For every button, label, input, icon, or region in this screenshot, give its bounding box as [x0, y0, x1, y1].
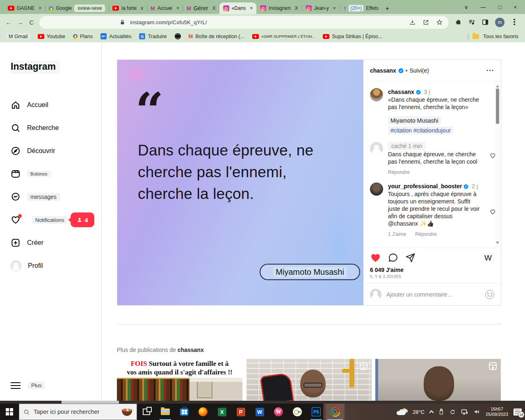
all-favorites-label[interactable]: Tous les favoris [483, 34, 518, 39]
tab-effets[interactable]: † (20+) Effets [340, 2, 382, 14]
emoji-smiley-icon[interactable] [485, 290, 494, 299]
notification-count-badge[interactable]: 4 [71, 212, 94, 227]
share-plane-icon[interactable] [405, 253, 415, 263]
excel-button[interactable]: X [212, 404, 231, 420]
post-username[interactable]: chassanx [370, 67, 396, 74]
sidebar-item-notifications[interactable]: Notifications 4 [0, 208, 101, 231]
photoshop-button[interactable]: PS [307, 404, 326, 420]
post-thumbnail[interactable] [375, 359, 501, 401]
tab-gerer[interactable]: M Gérer X [183, 2, 219, 14]
tab-close-icon[interactable]: × [39, 5, 41, 11]
new-tab-button[interactable]: + [386, 5, 389, 12]
instagram-logo[interactable]: Instagram [10, 60, 60, 74]
comments-list[interactable]: chassanx 3 j «Dans chaque épreuve, ne ch… [363, 82, 501, 248]
comment-username[interactable]: your_professional_booster [388, 183, 462, 189]
action-center-icon[interactable]: 18 [514, 409, 522, 415]
avatar[interactable] [370, 183, 383, 196]
post-options-kebab-icon[interactable]: ··· [486, 67, 494, 74]
weather-cloud-icon[interactable] [397, 409, 407, 415]
add-comment-input[interactable]: Ajouter un commentaire… [386, 291, 453, 298]
horizontal-scrollbar[interactable] [0, 401, 525, 404]
maximize-button[interactable]: □ [498, 4, 502, 10]
close-window-button[interactable]: × [514, 4, 517, 10]
powerpoint-button[interactable]: P [231, 404, 250, 420]
firefox-button[interactable] [194, 404, 212, 420]
followed-label[interactable]: Suivi(e) [409, 67, 429, 74]
chrome-button[interactable] [326, 404, 345, 420]
sidebar-item-search[interactable]: Recherche [0, 116, 101, 139]
word-button[interactable]: W [250, 404, 269, 420]
caption-username[interactable]: chassanx [388, 89, 414, 95]
reload-button[interactable]: C [26, 19, 37, 26]
reply-button[interactable]: Répondre [415, 231, 437, 238]
tab-la-forte[interactable]: la forte x [109, 2, 147, 14]
taskbar-search[interactable]: Taper ici pour rechercher [19, 404, 137, 420]
sidebar-item-home[interactable]: Accueil [0, 94, 101, 116]
password-key-button[interactable] [288, 404, 307, 420]
sidebar-item-reels[interactable]: Bobines [0, 162, 101, 185]
side-panel-icon[interactable] [482, 18, 489, 26]
tab-search-icon[interactable]: ∨ [464, 4, 468, 10]
bookmark-gmail[interactable]: M Gmail [7, 33, 30, 40]
wattpad-button[interactable]: W [269, 404, 288, 420]
forward-button[interactable]: → [15, 19, 25, 26]
bookmark-inbox[interactable]: M Boîte de réception (... [189, 33, 244, 39]
tab-close-icon[interactable]: x [141, 5, 143, 11]
start-button[interactable] [0, 404, 19, 420]
tray-expand-chevron-icon[interactable] [429, 410, 434, 415]
address-bar[interactable]: instagram.com/p/Cxfu5K_qYrL/ [39, 16, 449, 29]
sidebar-item-profile[interactable]: Profil [0, 254, 101, 277]
microsoft-store-button[interactable] [175, 404, 194, 420]
bookmark-youtube[interactable]: Youtube [38, 34, 65, 39]
post-thumbnail[interactable] [246, 359, 372, 401]
bookmark-traduire[interactable]: G Traduire [139, 33, 167, 39]
scrollbar-thumb[interactable] [496, 89, 499, 124]
tab-google[interactable]: Google xview-sexe [45, 2, 109, 14]
tab-close-icon[interactable]: × [176, 5, 179, 11]
comment-bubble-icon[interactable] [388, 253, 398, 263]
scroll-up-arrow-icon[interactable] [496, 83, 499, 87]
minimize-button[interactable]: — [481, 4, 486, 10]
browser-profile-avatar[interactable]: m [495, 18, 504, 27]
playlist-music-icon[interactable] [468, 18, 475, 26]
bookmark-supa-strikas[interactable]: Supa Strikas | Épiso... [323, 34, 382, 39]
bookmark-actualites[interactable]: G≡ Actualités [100, 33, 131, 39]
tab-close-icon[interactable]: × [333, 5, 336, 11]
caption-hashtags[interactable]: #citation #citationdujour [388, 126, 453, 135]
usb-icon[interactable] [438, 409, 444, 415]
url-text[interactable]: instagram.com/p/Cxfu5K_qYrL/ [130, 19, 207, 25]
tab-instagram[interactable]: Instagram X [256, 2, 301, 14]
share-icon[interactable] [422, 19, 429, 26]
tab-accueil[interactable]: M Accuei × [147, 2, 183, 14]
tab-dans-active[interactable]: «Dans × [219, 2, 257, 14]
browser-menu-kebab-icon[interactable]: ••• [511, 18, 518, 26]
like-heart-icon[interactable] [370, 252, 381, 263]
tab-close-icon[interactable]: × [250, 5, 253, 11]
comments-scrollbar[interactable] [495, 83, 500, 247]
scroll-down-arrow-icon[interactable] [496, 242, 499, 246]
sidebar-item-more[interactable]: Plus [11, 381, 45, 389]
tab-close-icon[interactable]: X [295, 5, 298, 11]
clock[interactable]: 16h57 25/09/2023 [486, 406, 508, 417]
sidebar-item-messages[interactable]: messages [0, 185, 101, 208]
like-count[interactable]: 6 049 J'aime [363, 266, 501, 273]
post-image[interactable]: “ Dans chaque épreuve, ne cherche pas l'… [117, 60, 363, 305]
save-post-button[interactable]: W [482, 253, 494, 263]
post-thumbnail[interactable]: FOIS Surtout à votre famille et à vos am… [117, 359, 242, 401]
temperature[interactable]: 28°C [413, 409, 425, 415]
tab-jean-y[interactable]: Jean-y × [302, 2, 340, 14]
download-icon[interactable] [409, 19, 416, 26]
task-view-button[interactable] [137, 404, 156, 420]
comment-like-count[interactable]: 1 J'aime [388, 231, 406, 238]
sidebar-item-create[interactable]: Créer [0, 231, 101, 254]
bookmark-plans[interactable]: Plans [73, 34, 93, 39]
reply-button[interactable]: Répondre [388, 169, 410, 176]
tab-gagne[interactable]: GAGNE × [4, 2, 45, 14]
back-button[interactable]: ← [3, 19, 14, 26]
sidebar-item-explore[interactable]: Découvrir [0, 139, 101, 162]
volume-icon[interactable] [473, 409, 480, 415]
bookmark-globe[interactable] [175, 33, 181, 39]
sync-icon[interactable] [450, 409, 456, 415]
avatar[interactable] [370, 88, 383, 101]
bookmark-asmr[interactable]: ASMR SUPPRIMER L'ÉTAIN... [252, 34, 315, 39]
